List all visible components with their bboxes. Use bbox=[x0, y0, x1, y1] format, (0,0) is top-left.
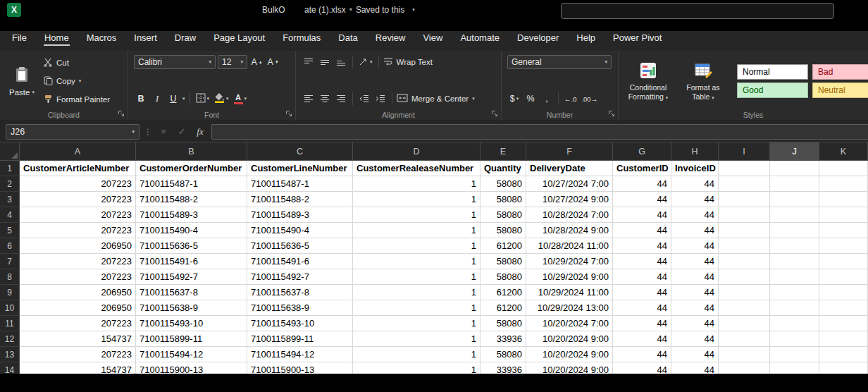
increase-font-size-button[interactable]: A▴ bbox=[249, 55, 264, 69]
cell-C2[interactable]: 7100115487-1 bbox=[247, 176, 353, 192]
cell-D12[interactable]: 1 bbox=[353, 331, 480, 347]
cell-I4[interactable] bbox=[719, 207, 770, 223]
row-header-7[interactable]: 7 bbox=[0, 254, 20, 269]
number-format-select[interactable]: General▾ bbox=[507, 55, 612, 69]
cell-B4[interactable]: 7100115489-3 bbox=[136, 207, 247, 223]
cell-E13[interactable]: 58080 bbox=[480, 347, 526, 362]
cell-B11[interactable]: 7100115493-10 bbox=[136, 316, 247, 331]
cell-J10[interactable] bbox=[770, 300, 819, 316]
cell-F9[interactable]: 10/29/2024 11:00 bbox=[526, 285, 613, 300]
cell-F3[interactable]: 10/27/2024 9:00 bbox=[526, 192, 613, 207]
cell-I6[interactable] bbox=[719, 238, 770, 254]
column-header-I[interactable]: I bbox=[719, 142, 770, 161]
cell-I8[interactable] bbox=[719, 269, 770, 285]
paste-button[interactable]: Paste▾ bbox=[4, 55, 39, 107]
cell-F5[interactable]: 10/28/2024 9:00 bbox=[526, 223, 613, 238]
comma-style-button[interactable]: , bbox=[540, 92, 554, 106]
chevron-down-icon[interactable]: ▾ bbox=[412, 7, 415, 13]
cell-H9[interactable]: 44 bbox=[671, 285, 719, 300]
cell-C8[interactable]: 7100115492-7 bbox=[247, 269, 353, 285]
document-title[interactable]: ate (1).xlsx • Saved to this ▾ bbox=[304, 5, 415, 15]
cell-G4[interactable]: 44 bbox=[613, 207, 671, 223]
underline-button[interactable]: U bbox=[166, 92, 180, 106]
align-left-button[interactable] bbox=[302, 92, 316, 106]
align-center-button[interactable] bbox=[318, 92, 332, 106]
cell-K10[interactable] bbox=[819, 300, 868, 316]
cell-J7[interactable] bbox=[770, 254, 819, 269]
cell-K4[interactable] bbox=[819, 207, 868, 223]
menu-tab-automate[interactable]: Automate bbox=[459, 31, 500, 46]
cell-D11[interactable]: 1 bbox=[353, 316, 480, 331]
cell-I9[interactable] bbox=[719, 285, 770, 300]
column-header-G[interactable]: G bbox=[613, 142, 671, 161]
format-as-table-button[interactable]: Format asTable ▾ bbox=[678, 55, 728, 107]
cell-A8[interactable]: 207223 bbox=[20, 269, 136, 285]
style-bad[interactable]: Bad bbox=[812, 64, 868, 80]
cell-I2[interactable] bbox=[719, 176, 770, 192]
cell-H5[interactable]: 44 bbox=[671, 223, 719, 238]
cell-J6[interactable] bbox=[770, 238, 819, 254]
cell-H8[interactable]: 44 bbox=[671, 269, 719, 285]
align-top-button[interactable] bbox=[302, 55, 316, 69]
column-header-E[interactable]: E bbox=[480, 142, 526, 161]
cell-E2[interactable]: 58080 bbox=[480, 176, 526, 192]
cell-A5[interactable]: 207223 bbox=[20, 223, 136, 238]
cell-G10[interactable]: 44 bbox=[613, 300, 671, 316]
cell-D10[interactable]: 1 bbox=[353, 300, 480, 316]
cell-B7[interactable]: 7100115491-6 bbox=[136, 254, 247, 269]
cell-F8[interactable]: 10/29/2024 9:00 bbox=[526, 269, 613, 285]
cell-D2[interactable]: 1 bbox=[353, 176, 480, 192]
menu-tab-view[interactable]: View bbox=[422, 31, 443, 46]
row-header-9[interactable]: 9 bbox=[0, 285, 20, 300]
cell-I1[interactable] bbox=[719, 161, 770, 176]
orientation-button[interactable]: ▾ bbox=[357, 55, 374, 69]
cell-K5[interactable] bbox=[819, 223, 868, 238]
cell-K1[interactable] bbox=[819, 161, 868, 176]
cell-E1[interactable]: Quantity bbox=[480, 161, 526, 176]
cell-B5[interactable]: 7100115490-4 bbox=[136, 223, 247, 238]
cell-C4[interactable]: 7100115489-3 bbox=[247, 207, 353, 223]
cancel-button[interactable]: × bbox=[156, 126, 170, 137]
cell-E9[interactable]: 61200 bbox=[480, 285, 526, 300]
align-bottom-button[interactable] bbox=[334, 55, 348, 69]
cell-J9[interactable] bbox=[770, 285, 819, 300]
cell-A10[interactable]: 206950 bbox=[20, 300, 136, 316]
cell-F2[interactable]: 10/27/2024 7:00 bbox=[526, 176, 613, 192]
cell-H1[interactable]: InvoiceID bbox=[671, 161, 719, 176]
cell-K2[interactable] bbox=[819, 176, 868, 192]
cell-J4[interactable] bbox=[770, 207, 819, 223]
cell-C1[interactable]: CustomerLineNumber bbox=[247, 161, 353, 176]
cell-D9[interactable]: 1 bbox=[353, 285, 480, 300]
cell-E3[interactable]: 58080 bbox=[480, 192, 526, 207]
cell-G13[interactable]: 44 bbox=[613, 347, 671, 362]
cell-D5[interactable]: 1 bbox=[353, 223, 480, 238]
name-box[interactable]: J26 ▾ bbox=[6, 124, 140, 140]
menu-tab-macros[interactable]: Macros bbox=[86, 31, 118, 46]
font-size-select[interactable]: 12▾ bbox=[218, 55, 247, 69]
style-neutral[interactable]: Neutral bbox=[812, 82, 868, 98]
borders-button[interactable]: ▾ bbox=[194, 92, 211, 106]
align-right-button[interactable] bbox=[334, 92, 348, 106]
cell-G11[interactable]: 44 bbox=[613, 316, 671, 331]
style-good[interactable]: Good bbox=[737, 82, 808, 98]
column-header-K[interactable]: K bbox=[819, 142, 868, 161]
cell-E8[interactable]: 58080 bbox=[480, 269, 526, 285]
cell-J8[interactable] bbox=[770, 269, 819, 285]
cell-G5[interactable]: 44 bbox=[613, 223, 671, 238]
cell-B12[interactable]: 7100115899-11 bbox=[136, 331, 247, 347]
row-header-5[interactable]: 5 bbox=[0, 223, 20, 238]
cell-B6[interactable]: 7100115636-5 bbox=[136, 238, 247, 254]
cell-H2[interactable]: 44 bbox=[671, 176, 719, 192]
cell-A3[interactable]: 207223 bbox=[20, 192, 136, 207]
cell-G6[interactable]: 44 bbox=[613, 238, 671, 254]
merge-center-button[interactable]: Merge & Center ▾ bbox=[397, 94, 475, 104]
cell-E5[interactable]: 58080 bbox=[480, 223, 526, 238]
align-middle-button[interactable] bbox=[318, 55, 332, 69]
cell-B13[interactable]: 7100115494-12 bbox=[136, 347, 247, 362]
column-header-B[interactable]: B bbox=[136, 142, 247, 161]
cell-H7[interactable]: 44 bbox=[671, 254, 719, 269]
menu-tab-insert[interactable]: Insert bbox=[133, 31, 158, 46]
menu-tab-page-layout[interactable]: Page Layout bbox=[213, 31, 266, 46]
cell-F7[interactable]: 10/29/2024 7:00 bbox=[526, 254, 613, 269]
cell-G7[interactable]: 44 bbox=[613, 254, 671, 269]
